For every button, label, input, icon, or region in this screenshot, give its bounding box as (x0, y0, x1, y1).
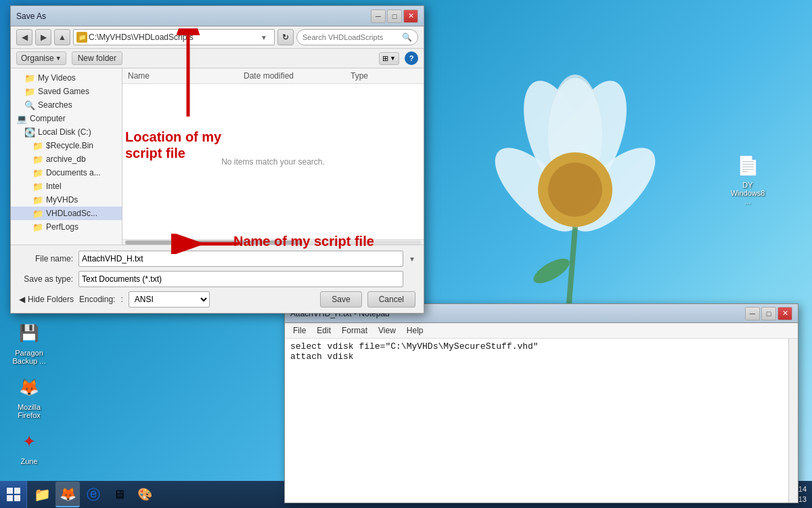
path-dropdown-arrow[interactable]: ▼ (261, 34, 271, 41)
search-icon: 🔍 (24, 100, 35, 110)
taskbar-pinned-icons: 📁 🦊 ⓔ 🖥 🎨 (27, 481, 160, 508)
cancel-button[interactable]: Cancel (367, 291, 415, 308)
savetype-select[interactable]: Text Documents (*.txt) (78, 271, 403, 287)
taskbar-icon-explorer[interactable]: 📁 (30, 482, 54, 507)
notepad-menu-edit[interactable]: Edit (311, 324, 336, 337)
sidebar-item-archive-db[interactable]: 📁 archive_db (11, 152, 122, 166)
sidebar-item-my-videos[interactable]: 📁 My Videos (11, 71, 122, 85)
folder-icon: 📁 (32, 141, 43, 150)
sidebar-item-label: Computer (30, 114, 66, 123)
notepad-menu-view[interactable]: View (373, 324, 401, 337)
flower-decoration (440, 54, 710, 312)
savetype-label: Save as type: (19, 274, 73, 284)
view-button[interactable]: ⊞ ▼ (379, 52, 399, 65)
refresh-button[interactable]: ↻ (277, 29, 294, 45)
notepad-menubar: File Edit Format View Help (285, 323, 798, 339)
empty-message: No items match your search. (221, 157, 325, 167)
path-folder-icon: 📁 (76, 32, 87, 43)
back-button[interactable]: ◀ (16, 29, 32, 45)
hide-folders-arrow-icon: ◀ (19, 295, 25, 304)
notepad-window: AttachVHD_H.txt - Notepad ─ □ ✕ File Edi… (284, 303, 798, 503)
filename-label: File name: (19, 254, 73, 263)
savetype-row: Save as type: Text Documents (*.txt) ▼ (19, 271, 415, 287)
encoding-row: Encoding: : ANSI (79, 291, 210, 308)
annotation-location-text: Location of my script file (125, 129, 221, 161)
sidebar-item-searches[interactable]: 🔍 Searches (11, 98, 122, 112)
desktop-icon-zune[interactable]: ✦ Zune (5, 425, 53, 468)
new-folder-button[interactable]: New folder (72, 51, 122, 65)
address-toolbar: ◀ ▶ ▲ 📁 C:\MyVHDs\VHDLoadScripts ▼ ↻ 🔍 (11, 26, 424, 49)
notepad-content[interactable]: select vdisk file="C:\MyVHDs\MySecureStu… (285, 339, 798, 503)
search-bar[interactable]: 🔍 (296, 29, 418, 45)
sidebar-item-vhdloadscripts[interactable]: 📁 VHDLoadSc... (11, 207, 122, 220)
svg-point-7 (548, 163, 602, 217)
minimize-button[interactable]: ─ (371, 9, 386, 23)
notepad-line-1: select vdisk file="C:\MyVHDs\MySecureStu… (290, 341, 786, 352)
sidebar-item-label: VHDLoadSc... (46, 209, 97, 218)
sidebar-item-perflogs[interactable]: 📁 PerfLogs (11, 220, 122, 234)
sidebar-item-myvhds[interactable]: 📁 MyVHDs (11, 193, 122, 207)
notepad-editor-area: select vdisk file="C:\MyVHDs\MySecureStu… (285, 339, 798, 503)
sidebar-item-computer[interactable]: 💻 Computer (11, 112, 122, 125)
save-button[interactable]: Save (320, 291, 361, 308)
folder-icon: 📁 (24, 87, 35, 96)
zune-icon: ✦ (16, 428, 43, 455)
filename-dropdown-icon: ▼ (409, 255, 415, 263)
notepad-scrollbar[interactable] (788, 339, 798, 503)
column-type[interactable]: Type (351, 71, 418, 81)
notepad-restore-button[interactable]: □ (761, 307, 776, 320)
encoding-select[interactable]: ANSI (129, 291, 210, 308)
folder-icon: 📁 (32, 168, 43, 177)
sidebar-item-saved-games[interactable]: 📁 Saved Games (11, 85, 122, 98)
folder-icon: 📁 (32, 209, 43, 218)
start-orb (1, 482, 26, 507)
annotation-name-text: Name of my script file (233, 234, 374, 249)
dialog-bottom: File name: ▼ Save as type: Text Document… (11, 245, 424, 313)
taskbar-icon-network[interactable]: 🖥 (107, 482, 131, 507)
sidebar-item-label: Local Disk (C:) (38, 127, 91, 137)
notepad-close-button[interactable]: ✕ (777, 307, 792, 320)
encoding-label: Encoding: (79, 295, 115, 304)
desktop-icon-firefox[interactable]: 🦊 MozillaFirefox (5, 371, 53, 422)
annotation-arrow-up (168, 28, 208, 123)
search-input[interactable] (302, 33, 399, 41)
start-button[interactable] (0, 481, 27, 508)
disk-icon: 💽 (24, 127, 35, 137)
desktop-icon-dy-windows8[interactable]: 📄 DYWindows8 ... (724, 149, 771, 208)
firefox-taskbar-icon: 🦊 (60, 486, 76, 502)
desktop-icon-paragon[interactable]: 💾 ParagonBackup ... (5, 317, 53, 368)
sidebar-item-label: PerfLogs (46, 222, 78, 232)
notepad-menu-format[interactable]: Format (336, 324, 373, 337)
firefox-label: MozillaFirefox (8, 403, 50, 419)
forward-button[interactable]: ▶ (35, 29, 51, 45)
organise-label: Organise (21, 54, 54, 63)
hide-folders-button[interactable]: ◀ Hide Folders (19, 295, 74, 304)
sidebar-item-recycle-bin[interactable]: 📁 $Recycle.Bin (11, 139, 122, 152)
maximize-button[interactable]: □ (387, 9, 402, 23)
column-date-modified[interactable]: Date modified (244, 71, 345, 81)
desktop-icons-bottom-left: 💾 ParagonBackup ... 🦊 MozillaFirefox ✦ Z… (5, 317, 53, 468)
desktop-icon-label: DYWindows8 ... (727, 181, 769, 205)
sidebar-item-label: Searches (38, 100, 72, 110)
organise-button[interactable]: Organise ▼ (16, 51, 66, 65)
dialog-titlebar[interactable]: Save As ─ □ ✕ (11, 6, 424, 26)
folder-icon: 📁 (24, 73, 35, 83)
help-button[interactable]: ? (405, 51, 418, 65)
taskbar-icon-firefox[interactable]: 🦊 (55, 482, 80, 507)
sidebar-item-intel[interactable]: 📁 Intel (11, 179, 122, 193)
taskbar-icon-paint[interactable]: 🎨 (133, 482, 157, 507)
sidebar-item-label: Intel (46, 182, 62, 191)
paragon-label: ParagonBackup ... (8, 349, 50, 365)
notepad-menu-file[interactable]: File (288, 324, 311, 337)
notepad-minimize-button[interactable]: ─ (745, 307, 760, 320)
notepad-menu-help[interactable]: Help (401, 324, 429, 337)
close-button[interactable]: ✕ (403, 9, 418, 23)
organise-arrow-icon: ▼ (55, 55, 62, 62)
taskbar-icon-ie[interactable]: ⓔ (81, 482, 106, 507)
sidebar-item-documents[interactable]: 📁 Documents a... (11, 166, 122, 179)
folder-icon: 📁 (32, 222, 43, 232)
paragon-icon: 💾 (16, 320, 43, 347)
explorer-icon: 📁 (34, 486, 51, 503)
up-button[interactable]: ▲ (54, 29, 70, 45)
sidebar-item-local-disk[interactable]: 💽 Local Disk (C:) (11, 125, 122, 139)
